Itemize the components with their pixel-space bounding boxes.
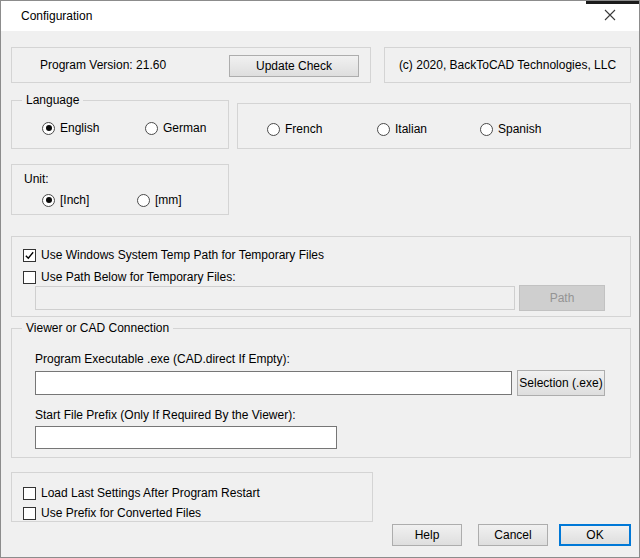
radio-label: Spanish <box>498 122 541 136</box>
radio-label: English <box>60 121 99 135</box>
checkbox-icon <box>23 487 36 500</box>
radio-label: [mm] <box>155 193 182 207</box>
radio-label: French <box>285 122 322 136</box>
checkbox-label: Use Path Below for Temporary Files: <box>41 270 236 284</box>
radio-label: Italian <box>395 122 427 136</box>
language-groupbox: Language English German <box>11 100 229 149</box>
background-window-edge <box>586 1 639 4</box>
radio-icon <box>42 122 55 135</box>
window-title: Configuration <box>21 9 92 23</box>
start-file-prefix-input[interactable] <box>35 426 337 449</box>
check-icon <box>24 250 35 261</box>
checkbox-icon <box>23 507 36 520</box>
radio-spanish[interactable]: Spanish <box>480 122 541 136</box>
path-button[interactable]: Path <box>519 285 605 311</box>
radio-english[interactable]: English <box>42 121 99 135</box>
radio-italian[interactable]: Italian <box>377 122 427 136</box>
checkbox-label: Use Windows System Temp Path for Tempora… <box>41 248 324 262</box>
checkbox-load-last-settings[interactable]: Load Last Settings After Program Restart <box>23 486 260 500</box>
version-groupbox: Program Version: 21.60 Update Check <box>11 47 371 83</box>
checkbox-use-path-below[interactable]: Use Path Below for Temporary Files: <box>23 270 236 284</box>
radio-label: [Inch] <box>60 193 89 207</box>
unit-label: Unit: <box>24 172 49 186</box>
program-version-label: Program Version: 21.60 <box>40 58 166 72</box>
radio-icon <box>480 123 493 136</box>
update-check-button[interactable]: Update Check <box>229 55 359 77</box>
close-button[interactable] <box>593 5 627 27</box>
temp-path-input[interactable] <box>35 286 515 310</box>
cancel-button[interactable]: Cancel <box>478 524 548 546</box>
language-secondary-groupbox: French Italian Spanish <box>237 103 631 149</box>
temp-path-groupbox: Use Windows System Temp Path for Tempora… <box>11 236 631 317</box>
radio-icon <box>137 194 150 207</box>
radio-inch[interactable]: [Inch] <box>42 193 89 207</box>
radio-icon <box>42 194 55 207</box>
copyright-text: (c) 2020, BackToCAD Technologies, LLC <box>399 58 616 72</box>
radio-mm[interactable]: [mm] <box>137 193 182 207</box>
checkbox-icon <box>23 249 36 262</box>
help-button[interactable]: Help <box>392 524 462 546</box>
language-group-label: Language <box>22 93 83 107</box>
radio-german[interactable]: German <box>145 121 206 135</box>
settings-groupbox: Load Last Settings After Program Restart… <box>11 472 373 522</box>
radio-icon <box>267 123 280 136</box>
copyright-groupbox: (c) 2020, BackToCAD Technologies, LLC <box>384 47 631 83</box>
radio-icon <box>377 123 390 136</box>
close-icon <box>604 9 616 24</box>
radio-icon <box>145 122 158 135</box>
radio-french[interactable]: French <box>267 122 322 136</box>
unit-groupbox: Unit: [Inch] [mm] <box>11 164 229 215</box>
selection-exe-button[interactable]: Selection (.exe) <box>517 370 605 396</box>
program-executable-label: Program Executable .exe (CAD.direct If E… <box>35 352 290 366</box>
checkbox-label: Use Prefix for Converted Files <box>41 506 201 520</box>
radio-label: German <box>163 121 206 135</box>
ok-button[interactable]: OK <box>559 524 631 546</box>
titlebar: Configuration <box>1 1 639 31</box>
checkbox-use-system-temp[interactable]: Use Windows System Temp Path for Tempora… <box>23 248 324 262</box>
checkbox-icon <box>23 271 36 284</box>
start-file-prefix-label: Start File Prefix (Only If Required By t… <box>35 408 296 422</box>
checkbox-use-prefix[interactable]: Use Prefix for Converted Files <box>23 506 201 520</box>
checkbox-label: Load Last Settings After Program Restart <box>41 486 260 500</box>
configuration-dialog: Configuration Program Version: 21.60 Upd… <box>0 0 640 558</box>
viewer-groupbox: Viewer or CAD Connection Program Executa… <box>11 328 631 458</box>
viewer-group-label: Viewer or CAD Connection <box>22 321 173 335</box>
program-executable-input[interactable] <box>35 371 512 395</box>
